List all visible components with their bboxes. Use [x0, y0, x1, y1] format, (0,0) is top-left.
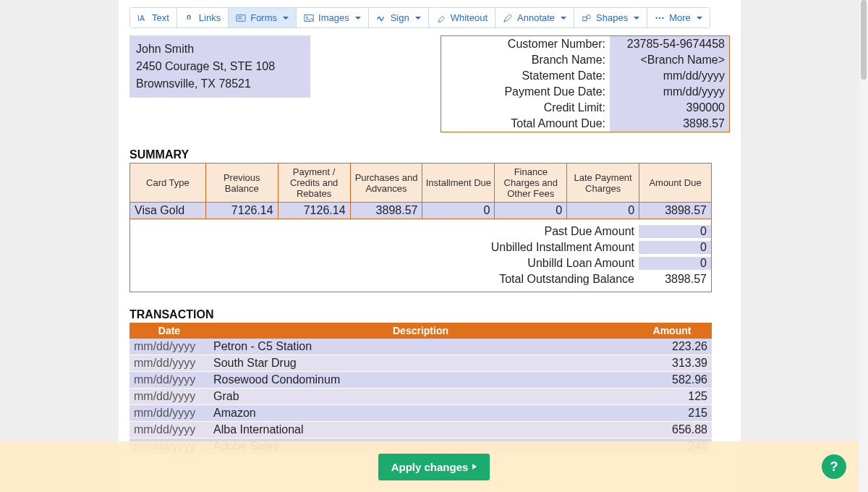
unbilled-install-field[interactable]: 0	[639, 241, 711, 254]
editor-toolbar: IA Text Links Forms	[129, 7, 710, 28]
link-icon	[184, 13, 195, 23]
meta-label: Branch Name:	[441, 52, 610, 68]
toolbar-images-button[interactable]: Images	[297, 8, 369, 27]
toolbar-forms-button[interactable]: Forms	[229, 8, 297, 27]
toolbar-links-button[interactable]: Links	[177, 8, 229, 27]
statement-date-field[interactable]: mm/dd/yyyy	[610, 68, 729, 84]
meta-label: Payment Due Date:	[441, 84, 610, 100]
summary-row: Visa Gold 7126.14 7126.14 3898.57 0 0 0 …	[130, 203, 712, 219]
tx-amount-field[interactable]: 223.26	[632, 339, 712, 355]
table-row: mm/dd/yyyySouth Star Drug313.39	[129, 355, 712, 372]
extras-label: Unbilld Loan Amount	[527, 257, 639, 270]
apply-label: Apply changes	[391, 461, 469, 473]
credit-limit-field[interactable]: 390000	[610, 100, 729, 116]
tx-desc-field[interactable]: Rosewood Condominum	[209, 372, 632, 389]
tx-date-field[interactable]: mm/dd/yyyy	[129, 372, 209, 389]
meta-label: Statement Date:	[441, 68, 610, 84]
branch-name-field[interactable]: <Branch Name>	[610, 52, 729, 68]
col-pcr: Payment / Credits and Rebates	[278, 164, 350, 203]
chevron-down-icon	[634, 17, 639, 20]
meta-label: Customer Number:	[441, 36, 610, 52]
forms-icon	[236, 13, 246, 23]
help-button[interactable]: ?	[822, 454, 846, 479]
tx-date-field[interactable]: mm/dd/yyyy	[129, 339, 209, 355]
tx-amount-field[interactable]: 582.96	[632, 372, 712, 389]
tx-amount-field[interactable]: 125	[632, 389, 712, 405]
transaction-heading: TRANSACTION	[129, 308, 730, 321]
chevron-down-icon	[415, 17, 421, 20]
tx-desc-field[interactable]: South Star Drug	[209, 355, 632, 372]
toolbar-sign-button[interactable]: Sign	[369, 8, 429, 27]
toolbar-whiteout-button[interactable]: Whiteout	[429, 8, 495, 27]
address-block[interactable]: John Smith 2450 Courage St, STE 108 Brow…	[129, 35, 310, 98]
address-line1: 2450 Courage St, STE 108	[136, 58, 304, 75]
customer-name: John Smith	[136, 41, 304, 58]
transaction-table: Date Description Amount mm/dd/yyyyPetron…	[129, 323, 712, 455]
dots-icon	[655, 13, 665, 23]
tx-date-field[interactable]: mm/dd/yyyy	[129, 405, 209, 422]
total-due-field[interactable]: 3898.57	[610, 116, 729, 132]
cell-late[interactable]: 0	[567, 203, 639, 219]
signature-icon	[376, 13, 386, 23]
cell-amount-due[interactable]: 3898.57	[639, 203, 712, 219]
tx-desc-field[interactable]: Petron - C5 Station	[209, 339, 632, 355]
table-row: mm/dd/yyyyGrab125	[129, 389, 712, 405]
cell-finance[interactable]: 0	[495, 203, 567, 219]
cell-card-type[interactable]: Visa Gold	[130, 203, 206, 219]
toolbar-annotate-button[interactable]: Annotate	[495, 8, 574, 27]
tx-amount-field[interactable]: 215	[632, 405, 712, 422]
summary-heading: SUMMARY	[129, 148, 730, 161]
tx-date-field[interactable]: mm/dd/yyyy	[129, 355, 209, 372]
toolbar-label: Images	[318, 12, 349, 23]
chevron-down-icon	[355, 17, 361, 20]
toolbar-more-button[interactable]: More	[647, 8, 710, 27]
cell-pcr[interactable]: 7126.14	[278, 203, 350, 219]
toolbar-label: Text	[152, 12, 169, 23]
cell-purchases[interactable]: 3898.57	[350, 203, 422, 219]
toolbar-shapes-button[interactable]: Shapes	[574, 8, 647, 27]
col-finance: Finance Charges and Other Fees	[495, 164, 567, 203]
shapes-icon	[582, 13, 592, 23]
svg-point-8	[656, 17, 658, 18]
toolbar-text-button[interactable]: IA Text	[130, 8, 177, 27]
svg-rect-6	[583, 17, 587, 20]
cell-prev-balance[interactable]: 7126.14	[205, 203, 278, 219]
statement-meta: Customer Number: 23785-54-9674458 Branch…	[441, 35, 730, 132]
col-purchases: Purchases and Advances	[350, 164, 422, 203]
extras-label: Past Due Amount	[544, 225, 639, 238]
col-installment: Installment Due	[422, 164, 495, 203]
tx-date-field[interactable]: mm/dd/yyyy	[129, 422, 209, 438]
address-line2: Brownsville, TX 78521	[136, 75, 304, 93]
tx-amount-field[interactable]: 313.39	[632, 355, 712, 372]
col-late: Late Payment Charges	[567, 164, 639, 203]
table-row: mm/dd/yyyyAlba International656.88	[129, 422, 712, 438]
past-due-field[interactable]: 0	[639, 225, 711, 238]
svg-text:IA: IA	[137, 13, 145, 22]
unbilled-loan-field[interactable]: 0	[639, 257, 711, 270]
tx-date-field[interactable]: mm/dd/yyyy	[129, 389, 209, 405]
col-prev-balance: Previous Balance	[205, 164, 278, 203]
help-icon: ?	[830, 459, 838, 475]
meta-label: Total Amount Due:	[441, 116, 610, 132]
customer-number-field[interactable]: 23785-54-9674458	[610, 36, 729, 52]
meta-label: Credit Limit:	[441, 100, 610, 116]
toolbar-label: More	[669, 12, 691, 23]
vertical-scrollbar[interactable]	[859, 0, 868, 492]
scroll-thumb[interactable]	[861, 0, 867, 80]
apply-changes-button[interactable]: Apply changes	[378, 454, 490, 480]
extras-label: Total Outstanding Balance	[499, 273, 639, 286]
svg-point-9	[659, 17, 660, 18]
document-page: IA Text Links Forms	[119, 0, 741, 492]
tx-amount-field[interactable]: 656.88	[632, 422, 712, 438]
tx-desc-field[interactable]: Alba International	[209, 422, 632, 438]
summary-table: Card Type Previous Balance Payment / Cre…	[129, 163, 712, 219]
cell-installment[interactable]: 0	[422, 203, 495, 219]
pencil-icon	[503, 13, 513, 23]
tx-desc-field[interactable]: Amazon	[209, 405, 632, 422]
due-date-field[interactable]: mm/dd/yyyy	[610, 84, 729, 100]
col-card-type: Card Type	[130, 164, 206, 203]
total-outstanding-field: 3898.57	[639, 273, 711, 286]
tx-desc-field[interactable]: Grab	[209, 389, 632, 405]
svg-point-5	[306, 16, 307, 17]
chevron-right-icon	[472, 464, 477, 470]
